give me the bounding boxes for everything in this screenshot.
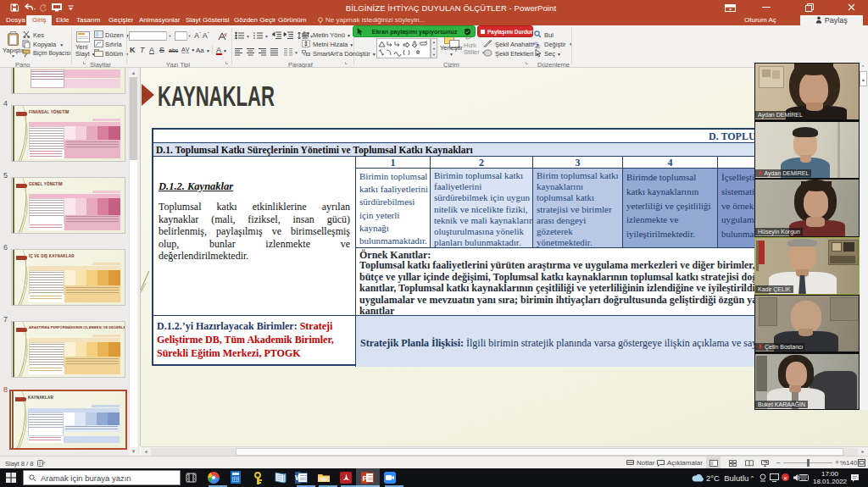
svg-text:▼: ▼ <box>264 34 269 39</box>
svg-text:▼: ▼ <box>294 50 298 55</box>
svg-text:▼: ▼ <box>246 34 250 39</box>
svg-text:ac: ac <box>535 44 540 48</box>
